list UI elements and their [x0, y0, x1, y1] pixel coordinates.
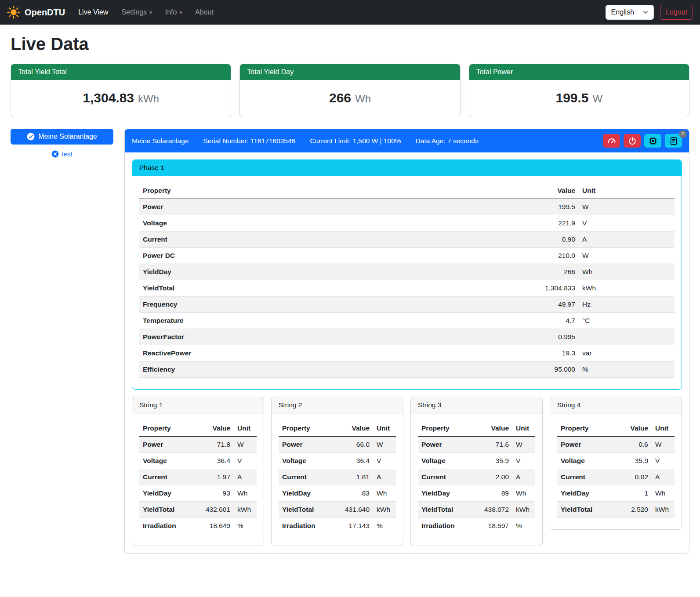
unit-cell: A — [373, 469, 396, 485]
column-header-unit: Unit — [579, 183, 675, 199]
string-card-title: String 4 — [550, 397, 682, 413]
string-table-row: Voltage35.9V — [557, 453, 675, 469]
unit-cell: kWh — [512, 502, 535, 518]
string-table-row: Voltage36.4V — [139, 453, 257, 469]
summary-value: 1,304.83 — [83, 90, 134, 105]
value-cell: 35.9 — [471, 453, 512, 469]
inverter-panel: Meine Solaranlage Serial Number: 1161716… — [124, 129, 689, 554]
unit-cell: var — [579, 345, 675, 362]
string-card-1: String 1PropertyValueUnitPower71.8WVolta… — [132, 397, 264, 546]
column-header-property: Property — [279, 420, 331, 437]
unit-cell: V — [652, 453, 675, 469]
phase-table-row: Efficiency95.000% — [139, 362, 675, 378]
unit-cell: kWh — [373, 502, 396, 518]
unit-cell: % — [234, 518, 257, 534]
nav-item-settings[interactable]: Settings ▾ — [118, 5, 155, 20]
language-select[interactable]: English — [606, 5, 654, 20]
column-header-value: Value — [331, 420, 373, 437]
unit-cell: V — [512, 453, 535, 469]
check-circle-icon — [27, 133, 35, 141]
value-cell: 19.3 — [402, 345, 579, 362]
unit-cell: Wh — [652, 485, 675, 502]
string-table-header-row: PropertyValueUnit — [418, 420, 535, 437]
phase-table-row: YieldTotal1,304.833kWh — [139, 280, 675, 297]
cpu-icon — [649, 137, 657, 145]
navbar-right: English Logout — [606, 5, 693, 20]
phase-table-header-row: Property Value Unit — [139, 183, 675, 199]
summary-card-title: Total Yield Total — [11, 64, 231, 80]
property-cell: YieldTotal — [139, 280, 402, 297]
string-table-header-row: PropertyValueUnit — [279, 420, 396, 437]
string-card-title: String 1 — [132, 397, 264, 413]
property-cell: Current — [279, 469, 331, 485]
total-yield-day-card: Total Yield Day 266Wh — [239, 64, 460, 117]
string-table-row: Current0.02A — [557, 469, 675, 485]
power-button[interactable] — [624, 134, 641, 148]
value-cell: 0.995 — [402, 329, 579, 345]
property-cell: YieldDay — [418, 485, 471, 502]
string-table-row: YieldTotal432.601kWh — [139, 502, 257, 518]
phase-table: Property Value Unit Power199.5WVoltage22… — [139, 183, 675, 378]
unit-cell: W — [652, 437, 675, 453]
sun-logo-icon — [7, 6, 20, 19]
summary-card-body: 266Wh — [240, 80, 460, 117]
string-table-row: YieldTotal2.520kWh — [557, 502, 675, 518]
property-cell: Power — [139, 437, 192, 453]
value-cell: 49.97 — [402, 297, 579, 313]
unit-cell: % — [579, 362, 675, 378]
property-cell: Voltage — [418, 453, 471, 469]
string-table-row: Irradiation17.143% — [279, 518, 396, 534]
navbar: OpenDTU Live View Settings ▾ Info ▾ Abou… — [0, 0, 700, 25]
summary-unit: kWh — [138, 93, 159, 105]
string-table-row: Power66.0W — [279, 437, 396, 453]
strings-row: String 1PropertyValueUnitPower71.8WVolta… — [132, 397, 682, 546]
phase-table-row: Voltage221.9V — [139, 215, 675, 232]
phase-title: Phase 1 — [132, 160, 682, 176]
inverter-test-link[interactable]: test — [11, 150, 113, 158]
property-cell: ReactivePower — [139, 345, 402, 362]
nav-item-live-view[interactable]: Live View — [75, 5, 112, 20]
property-cell: YieldTotal — [139, 502, 192, 518]
summary-card-title: Total Power — [469, 64, 689, 80]
value-cell: 71.6 — [471, 437, 512, 453]
string-card-body: PropertyValueUnitPower71.8WVoltage36.4VC… — [132, 413, 264, 546]
nav-item-info[interactable]: Info ▾ — [162, 5, 185, 20]
value-cell: 0.6 — [615, 437, 652, 453]
string-table: PropertyValueUnitPower66.0WVoltage36.4VC… — [279, 420, 396, 534]
property-cell: Temperature — [139, 313, 402, 329]
string-card-body: PropertyValueUnitPower66.0WVoltage36.4VC… — [272, 413, 403, 546]
value-cell: 1.97 — [192, 469, 234, 485]
string-table-row: Current1.97A — [139, 469, 257, 485]
string-table: PropertyValueUnitPower0.6WVoltage35.9VCu… — [557, 420, 675, 518]
string-table-row: YieldDay1Wh — [557, 485, 675, 502]
logout-button[interactable]: Logout — [660, 5, 693, 20]
property-cell: YieldDay — [557, 485, 615, 502]
event-log-button[interactable]: 2 — [665, 134, 682, 148]
property-cell: Voltage — [279, 453, 331, 469]
inverter-select-button[interactable]: Meine Solaranlage — [11, 129, 113, 145]
property-cell: Irradiation — [418, 518, 471, 534]
unit-cell: A — [512, 469, 535, 485]
value-cell: 18.597 — [471, 518, 512, 534]
string-table-header-row: PropertyValueUnit — [139, 420, 257, 437]
property-cell: YieldTotal — [418, 502, 471, 518]
value-cell: 431.640 — [331, 502, 373, 518]
limit-settings-button[interactable] — [603, 134, 620, 148]
nav-links: Live View Settings ▾ Info ▾ About — [75, 5, 223, 20]
phase-table-row: Power199.5W — [139, 199, 675, 215]
string-table-row: Power0.6W — [557, 437, 675, 453]
power-icon — [628, 137, 637, 145]
total-yield-total-card: Total Yield Total 1,304.83kWh — [11, 64, 231, 117]
device-info-button[interactable] — [644, 134, 661, 148]
value-cell: 17.143 — [331, 518, 373, 534]
value-cell: 1 — [615, 485, 652, 502]
journal-text-icon — [669, 137, 678, 145]
string-card-body: PropertyValueUnitPower0.6WVoltage35.9VCu… — [550, 413, 682, 529]
phase-table-row: Power DC210.0W — [139, 248, 675, 264]
brand[interactable]: OpenDTU — [7, 6, 65, 19]
string-table-body: Power71.6WVoltage35.9VCurrent2.00AYieldD… — [418, 437, 535, 534]
summary-card-title: Total Yield Day — [240, 64, 460, 80]
property-cell: Power — [279, 437, 331, 453]
nav-item-about[interactable]: About — [192, 5, 217, 20]
inverter-name: Meine Solaranlage — [132, 137, 189, 145]
